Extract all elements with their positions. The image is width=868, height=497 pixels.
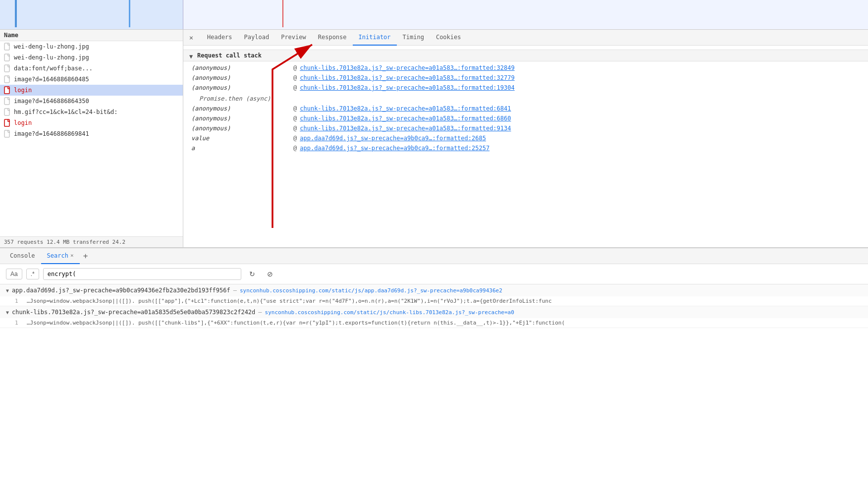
result-line-text: …Jsonp=window.webpackJsonp||([]). push([… — [27, 298, 552, 304]
regex-toggle-button[interactable]: .* — [26, 269, 39, 279]
file-name-label: image?d=1646886860485 — [14, 76, 89, 83]
callstack-func-name: (anonymous) — [191, 115, 290, 122]
timeline-highlight — [0, 0, 183, 30]
callstack-row: (anonymous)@chunk-libs.7013e82a.js?_sw-p… — [183, 83, 868, 93]
search-input-wrapper — [43, 268, 241, 280]
refresh-button[interactable]: ↻ — [245, 267, 259, 281]
callstack-section: ▼ Request call stack (anonymous)@chunk-l… — [183, 46, 868, 160]
file-name-label: image?d=1646886864350 — [14, 98, 89, 105]
callstack-func-name: (anonymous) — [191, 64, 290, 71]
callstack-row: a@app.daa7d69d.js?_sw-precache=a9b0ca9…:… — [183, 144, 868, 154]
tabs-container: HeadersPayloadPreviewResponseInitiatorTi… — [201, 30, 467, 46]
left-panel-header: Name — [0, 30, 183, 41]
callstack-func-name: (anonymous) — [191, 105, 290, 112]
result-line[interactable]: 1…Jsonp=window.webpackJsonp||([]). push(… — [0, 296, 868, 306]
result-file-header[interactable]: ▼chunk-libs.7013e82a.js?_sw-precache=a01… — [0, 306, 868, 318]
bottom-section: Console Search × + Aa .* ↻ ⊘ ▼app.daa7d6… — [0, 248, 868, 497]
tab-close-button[interactable]: × — [185, 32, 197, 44]
main-split: Name wei-deng-lu-zhong.jpg wei-deng-lu-z… — [0, 30, 868, 248]
callstack-promise-label: Promise.then (async) — [191, 94, 279, 103]
svg-rect-2 — [4, 65, 9, 72]
tab-search-close-icon[interactable]: × — [70, 252, 74, 259]
svg-rect-0 — [4, 43, 9, 50]
svg-rect-7 — [4, 119, 9, 126]
file-item[interactable]: wei-deng-lu-zhong.jpg — [0, 52, 183, 63]
file-type-icon — [4, 64, 11, 72]
file-item[interactable]: data:font/woff;base... — [0, 63, 183, 74]
callstack-file-link[interactable]: chunk-libs.7013e82a.js?_sw-precache=a01a… — [300, 64, 514, 71]
callstack-header-text: Request call stack — [197, 52, 262, 59]
result-line[interactable]: 1…Jsonp=window.webpackJsonp||([]). push(… — [0, 318, 868, 328]
result-triangle-icon: ▼ — [6, 310, 9, 315]
clear-button[interactable]: ⊘ — [263, 267, 277, 281]
tab-search[interactable]: Search × — [41, 248, 80, 264]
file-name-label: login — [14, 119, 32, 126]
callstack-file-link[interactable]: chunk-libs.7013e82a.js?_sw-precache=a01a… — [300, 115, 511, 122]
tab-response[interactable]: Response — [312, 30, 353, 46]
aa-toggle-button[interactable]: Aa — [6, 269, 22, 279]
result-separator: — — [258, 309, 262, 316]
callstack-at-symbol: @ — [293, 74, 297, 81]
file-type-icon — [4, 75, 11, 83]
callstack-rows: (anonymous)@chunk-libs.7013e82a.js?_sw-p… — [183, 61, 868, 156]
tab-headers[interactable]: Headers — [201, 30, 238, 46]
tab-console[interactable]: Console — [4, 248, 41, 264]
file-item[interactable]: wei-deng-lu-zhong.jpg — [0, 41, 183, 52]
result-file-header[interactable]: ▼app.daa7d69d.js?_sw-precache=a9b0ca9943… — [0, 284, 868, 296]
svg-rect-6 — [4, 109, 9, 115]
search-input[interactable] — [43, 268, 241, 280]
file-item[interactable]: image?d=1646886864350 — [0, 96, 183, 107]
callstack-file-link[interactable]: chunk-libs.7013e82a.js?_sw-precache=a01a… — [300, 74, 514, 81]
result-separator: — — [233, 287, 237, 294]
callstack-file-link[interactable]: chunk-libs.7013e82a.js?_sw-precache=a01a… — [300, 84, 514, 91]
tab-preview[interactable]: Preview — [275, 30, 312, 46]
callstack-row: (anonymous)@chunk-libs.7013e82a.js?_sw-p… — [183, 124, 868, 134]
search-results: ▼app.daa7d69d.js?_sw-precache=a9b0ca9943… — [0, 284, 868, 497]
result-filename-label: chunk-libs.7013e82a.js?_sw-precache=a01a… — [12, 309, 255, 316]
timeline-bar-3 — [282, 0, 283, 27]
file-item[interactable]: image?d=1646886869841 — [0, 128, 183, 139]
callstack-file-link[interactable]: chunk-libs.7013e82a.js?_sw-precache=a01a… — [300, 125, 511, 132]
callstack-func-name: (anonymous) — [191, 84, 290, 91]
file-type-icon — [4, 97, 11, 105]
callstack-row: Promise.then (async) — [183, 93, 868, 104]
file-type-icon — [4, 54, 11, 61]
file-item[interactable]: login — [0, 85, 183, 96]
result-line-number: 1 — [15, 298, 23, 304]
callstack-header[interactable]: ▼ Request call stack — [183, 50, 868, 61]
tab-add-button[interactable]: + — [80, 250, 92, 262]
callstack-func-name: value — [191, 135, 290, 142]
file-item[interactable]: image?d=1646886860485 — [0, 74, 183, 85]
file-item[interactable]: login — [0, 117, 183, 128]
status-bar: 357 requests 12.4 MB transferred 24.2 — [0, 236, 183, 247]
callstack-at-symbol: @ — [293, 115, 297, 122]
tab-cookies[interactable]: Cookies — [430, 30, 467, 46]
callstack-file-link[interactable]: app.daa7d69d.js?_sw-precache=a9b0ca9…:fo… — [300, 135, 486, 142]
callstack-at-symbol: @ — [293, 105, 297, 112]
file-item[interactable]: hm.gif?cc=1&ck=1&cl=24-bit&d: — [0, 107, 183, 117]
result-url-label: synconhub.coscoshipping.com/static/js/ap… — [240, 287, 502, 294]
callstack-row: value@app.daa7d69d.js?_sw-precache=a9b0c… — [183, 134, 868, 144]
svg-rect-1 — [4, 54, 9, 61]
result-triangle-icon: ▼ — [6, 288, 9, 293]
callstack-file-link[interactable]: chunk-libs.7013e82a.js?_sw-precache=a01a… — [300, 105, 511, 112]
tabs-bar: × HeadersPayloadPreviewResponseInitiator… — [183, 30, 868, 46]
tab-timing[interactable]: Timing — [397, 30, 430, 46]
result-url-label: synconhub.coscoshipping.com/static/js/ch… — [265, 309, 514, 316]
timeline-area — [0, 0, 868, 30]
callstack-at-symbol: @ — [293, 84, 297, 91]
search-toolbar: Aa .* ↻ ⊘ — [0, 264, 868, 284]
svg-rect-4 — [4, 87, 9, 94]
file-name-label: wei-deng-lu-zhong.jpg — [14, 43, 89, 50]
tab-search-label: Search — [47, 252, 68, 259]
bottom-tabs-bar: Console Search × + — [0, 248, 868, 264]
app-container: Name wei-deng-lu-zhong.jpg wei-deng-lu-z… — [0, 0, 868, 497]
tab-payload[interactable]: Payload — [238, 30, 275, 46]
svg-rect-8 — [4, 130, 9, 137]
file-type-icon — [4, 130, 11, 138]
file-name-label: data:font/woff;base... — [14, 65, 93, 72]
callstack-func-name: (anonymous) — [191, 125, 290, 132]
tab-initiator[interactable]: Initiator — [353, 30, 397, 46]
callstack-file-link[interactable]: app.daa7d69d.js?_sw-precache=a9b0ca9…:fo… — [300, 145, 489, 152]
file-type-icon — [4, 43, 11, 51]
